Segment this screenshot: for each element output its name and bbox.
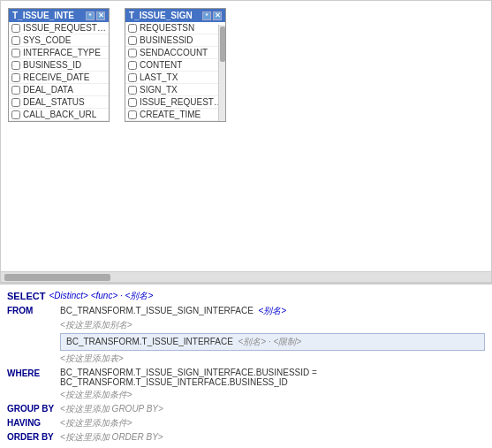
select-parts[interactable]: <Distinct> <func> · <别名> bbox=[49, 290, 153, 302]
table-row: CREATE_TIME bbox=[125, 109, 225, 121]
table-row: SIGN_TX bbox=[125, 84, 225, 96]
from-keyword: FROM bbox=[7, 305, 60, 315]
select-row: SELECT <Distinct> <func> · <别名> bbox=[7, 290, 485, 302]
from-subbox-hint: <别名> · <限制> bbox=[238, 337, 301, 346]
table-body-1: ISSUE_REQUEST_ST SYS_CODE INTERFACE_TYPE… bbox=[9, 22, 109, 121]
field-checkbox[interactable] bbox=[11, 61, 20, 70]
where-add-hint-row: <按这里添加条件> bbox=[60, 389, 485, 401]
table-row: DEAL_DATA bbox=[9, 84, 109, 96]
from-subbox-table: BC_TRANSFORM.T_ISSUE_INTERFACE bbox=[66, 337, 233, 346]
having-keyword: HAVING bbox=[7, 417, 60, 428]
having-row: HAVING <按这里添加条件> bbox=[7, 417, 485, 429]
field-checkbox[interactable] bbox=[128, 86, 137, 95]
where-content: BC_TRANSFORM.T_ISSUE_SIGN_INTERFACE.BUSI… bbox=[60, 368, 485, 387]
select-keyword: SELECT bbox=[7, 291, 45, 301]
from-row: FROM BC_TRANSFORM.T_ISSUE_SIGN_INTERFACE… bbox=[7, 305, 485, 317]
field-checkbox[interactable] bbox=[11, 73, 20, 82]
table-row: CONTENT bbox=[125, 59, 225, 72]
sql-panel: SELECT <Distinct> <func> · <别名> FROM BC_… bbox=[0, 283, 492, 448]
table-body-2: REQUESTSN BUSINESSID SENDACCOUNT CONTENT… bbox=[125, 22, 225, 121]
from-subbox[interactable]: BC_TRANSFORM.T_ISSUE_INTERFACE <别名> · <限… bbox=[60, 333, 485, 351]
field-checkbox[interactable] bbox=[128, 36, 137, 45]
from-add-hint[interactable]: <按这里添加别名> bbox=[60, 319, 132, 331]
field-checkbox[interactable] bbox=[11, 98, 20, 107]
where-add-hint[interactable]: <按这里添加条件> bbox=[60, 389, 132, 401]
table-row: CALL_BACK_URL bbox=[9, 109, 109, 121]
field-checkbox[interactable] bbox=[128, 49, 137, 57]
table-row: BUSINESSID bbox=[125, 34, 225, 47]
table-row: RECEIVE_DATE bbox=[9, 72, 109, 84]
table-row: ISSUE_REQUESTSN bbox=[125, 96, 225, 109]
table-title-2: T_ISSUE_SIGN bbox=[129, 11, 202, 20]
field-checkbox[interactable] bbox=[11, 110, 20, 119]
table-row: ISSUE_REQUEST_ST bbox=[9, 22, 109, 34]
table-close-1[interactable]: ✕ bbox=[96, 11, 105, 20]
field-checkbox[interactable] bbox=[128, 61, 137, 70]
table-row: SENDACCOUNT bbox=[125, 47, 225, 59]
horizontal-scrollbar[interactable] bbox=[1, 271, 491, 282]
from-table: BC_TRANSFORM.T_ISSUE_SIGN_INTERFACE bbox=[60, 306, 254, 315]
table-row: LAST_TX bbox=[125, 72, 225, 84]
table-header-2[interactable]: T_ISSUE_SIGN * ✕ bbox=[125, 9, 225, 22]
table-row: DEAL_STATUS bbox=[9, 96, 109, 109]
main-container: T_ISSUE_INTE * ✕ ISSUE_REQUEST_ST SYS_CO… bbox=[0, 0, 492, 448]
field-checkbox[interactable] bbox=[128, 73, 137, 82]
from-content: BC_TRANSFORM.T_ISSUE_SIGN_INTERFACE <别名> bbox=[60, 305, 485, 317]
groupby-keyword: GROUP BY bbox=[7, 403, 60, 414]
table-box-1: T_ISSUE_INTE * ✕ ISSUE_REQUEST_ST SYS_CO… bbox=[8, 8, 110, 122]
where-row: WHERE BC_TRANSFORM.T_ISSUE_SIGN_INTERFAC… bbox=[7, 368, 485, 387]
groupby-row: GROUP BY <按这里添加 GROUP BY> bbox=[7, 403, 485, 415]
field-checkbox[interactable] bbox=[11, 24, 20, 33]
orderby-keyword: ORDER BY bbox=[7, 431, 60, 442]
table-header-1[interactable]: T_ISSUE_INTE * ✕ bbox=[9, 9, 109, 22]
from-alias[interactable]: <别名> bbox=[259, 306, 287, 315]
orderby-hint[interactable]: <按这里添加 ORDER BY> bbox=[60, 431, 163, 444]
scrollbar-thumb bbox=[4, 274, 110, 281]
groupby-hint[interactable]: <按这里添加 GROUP BY> bbox=[60, 403, 163, 415]
field-checkbox[interactable] bbox=[128, 110, 137, 119]
table-row: SYS_CODE bbox=[9, 34, 109, 47]
field-checkbox[interactable] bbox=[128, 24, 137, 33]
field-checkbox[interactable] bbox=[11, 36, 20, 45]
from-add-hint-row: <按这里添加别名> bbox=[60, 319, 485, 331]
table-asterisk-1[interactable]: * bbox=[86, 11, 95, 20]
table-box-2: T_ISSUE_SIGN * ✕ REQUESTSN BUSINESSID SE… bbox=[125, 8, 226, 122]
table-title-1: T_ISSUE_INTE bbox=[12, 11, 86, 20]
field-checkbox[interactable] bbox=[11, 49, 20, 57]
diagram-area: T_ISSUE_INTE * ✕ ISSUE_REQUEST_ST SYS_CO… bbox=[0, 0, 492, 283]
table-row: BUSINESS_ID bbox=[9, 59, 109, 72]
table-row: INTERFACE_TYPE bbox=[9, 47, 109, 59]
table-close-2[interactable]: ✕ bbox=[213, 11, 222, 20]
field-checkbox[interactable] bbox=[11, 86, 20, 95]
from-sub-add-hint[interactable]: <按这里添加表> bbox=[60, 353, 124, 363]
orderby-row: ORDER BY <按这里添加 ORDER BY> bbox=[7, 431, 485, 444]
having-hint[interactable]: <按这里添加条件> bbox=[60, 417, 132, 429]
table-row: REQUESTSN bbox=[125, 22, 225, 34]
where-keyword: WHERE bbox=[7, 368, 60, 378]
table-asterisk-2[interactable]: * bbox=[202, 11, 211, 20]
field-checkbox[interactable] bbox=[128, 98, 137, 107]
